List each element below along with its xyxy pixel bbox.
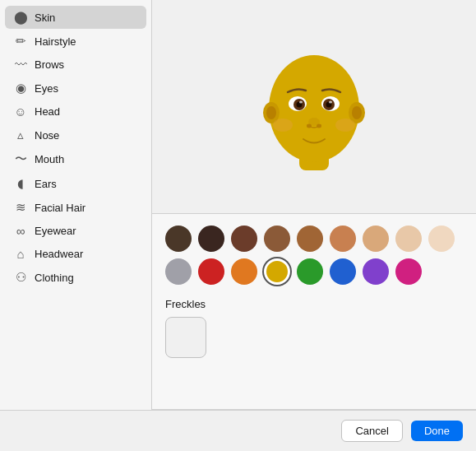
color-swatch-sw1[interactable]	[165, 226, 192, 252]
avatar-area	[152, 0, 476, 214]
sidebar-item-ears[interactable]: ◖Ears	[5, 172, 146, 195]
sidebar-item-headwear[interactable]: ⌂Headwear	[5, 243, 146, 265]
sidebar-item-label-eyes: Eyes	[35, 82, 58, 95]
sidebar-item-label-headwear: Headwear	[35, 248, 83, 260]
sidebar-item-facial-hair[interactable]: ≋Facial Hair	[5, 196, 146, 219]
color-swatch-sw8[interactable]	[395, 226, 422, 252]
sidebar-item-label-hairstyle: Hairstyle	[35, 35, 76, 48]
color-swatch-sw5[interactable]	[297, 226, 323, 252]
sidebar-item-label-mouth: Mouth	[35, 153, 64, 165]
svg-point-12	[299, 101, 303, 104]
color-swatch-sw12[interactable]	[231, 258, 257, 285]
svg-point-17	[273, 119, 293, 132]
nose-icon: ▵	[13, 128, 28, 142]
mouth-icon: 〜	[13, 151, 28, 167]
svg-point-4	[266, 106, 276, 119]
sidebar-item-label-head: Head	[35, 105, 60, 118]
color-swatch-sw10[interactable]	[165, 258, 192, 285]
sidebar-item-head[interactable]: ☺Head	[5, 100, 146, 123]
color-swatch-sw3[interactable]	[231, 226, 257, 252]
sidebar-item-label-brows: Brows	[35, 58, 64, 71]
color-swatch-sw9[interactable]	[428, 226, 455, 252]
headwear-icon: ⌂	[13, 247, 28, 261]
right-panel: Freckles	[152, 0, 476, 410]
color-swatch-sw2[interactable]	[198, 226, 224, 252]
sidebar-item-label-clothing: Clothing	[35, 272, 74, 284]
sidebar-item-label-facial-hair: Facial Hair	[35, 202, 85, 214]
freckles-section: Freckles	[165, 298, 463, 358]
color-swatch-sw17[interactable]	[395, 258, 422, 285]
sidebar-item-hairstyle[interactable]: ✏Hairstyle	[5, 30, 146, 53]
sidebar-item-brows[interactable]: 〰Brows	[5, 53, 146, 76]
ears-icon: ◖	[13, 176, 28, 191]
color-swatch-sw7[interactable]	[363, 226, 389, 252]
brows-icon: 〰	[13, 58, 28, 72]
skin-icon: ⬤	[13, 10, 28, 25]
color-swatch-sw6[interactable]	[330, 226, 356, 252]
sidebar-item-mouth[interactable]: 〜Mouth	[5, 147, 146, 171]
sidebar-item-eyes[interactable]: ◉Eyes	[5, 77, 146, 100]
sidebar-item-eyewear[interactable]: ∞Eyewear	[5, 220, 146, 242]
freckles-label: Freckles	[165, 298, 463, 310]
color-swatch-sw13[interactable]	[264, 258, 290, 285]
svg-point-18	[335, 119, 355, 132]
sidebar-item-label-nose: Nose	[35, 129, 59, 142]
footer: Cancel Done	[0, 410, 476, 451]
eyes-icon: ◉	[13, 81, 28, 95]
eyewear-icon: ∞	[13, 224, 28, 238]
color-grid	[165, 226, 463, 285]
avatar	[256, 43, 372, 170]
sidebar-item-label-eyewear: Eyewear	[35, 225, 76, 237]
svg-point-15	[307, 124, 312, 128]
main-container: ⬤Skin✏Hairstyle〰Brows◉Eyes☺Head▵Nose〜Mou…	[0, 0, 476, 410]
done-button[interactable]: Done	[411, 421, 463, 441]
sidebar-item-skin[interactable]: ⬤Skin	[5, 6, 146, 29]
sidebar-item-label-ears: Ears	[35, 178, 57, 190]
svg-point-1	[269, 55, 359, 162]
cancel-button[interactable]: Cancel	[341, 420, 402, 442]
sidebar-item-nose[interactable]: ▵Nose	[5, 123, 146, 146]
svg-point-5	[352, 106, 362, 119]
color-swatch-sw14[interactable]	[297, 258, 323, 285]
color-swatch-sw4[interactable]	[264, 226, 290, 252]
options-area: Freckles	[152, 214, 476, 410]
sidebar-item-clothing[interactable]: ⚇Clothing	[5, 266, 146, 289]
color-swatch-sw11[interactable]	[198, 258, 224, 285]
head-icon: ☺	[13, 105, 28, 119]
svg-point-16	[317, 124, 321, 128]
freckles-toggle[interactable]	[165, 317, 206, 358]
svg-point-13	[329, 101, 332, 104]
sidebar-item-label-skin: Skin	[35, 12, 55, 24]
sidebar: ⬤Skin✏Hairstyle〰Brows◉Eyes☺Head▵Nose〜Mou…	[0, 0, 152, 410]
hairstyle-icon: ✏	[13, 34, 28, 49]
facial-hair-icon: ≋	[13, 200, 28, 215]
clothing-icon: ⚇	[13, 270, 28, 285]
color-swatch-sw16[interactable]	[363, 258, 389, 285]
color-swatch-sw15[interactable]	[330, 258, 356, 285]
